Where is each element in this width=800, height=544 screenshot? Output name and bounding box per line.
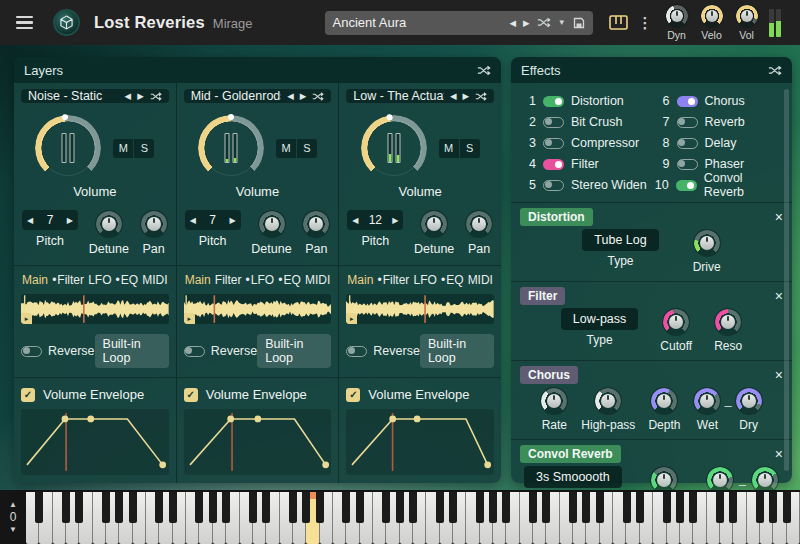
tab-midi[interactable]: MIDI <box>468 273 493 287</box>
tab-eq[interactable]: •EQ <box>441 273 464 287</box>
piano-key-black[interactable] <box>62 492 70 523</box>
piano-key-black[interactable] <box>582 492 590 523</box>
distortion-close-button[interactable]: × <box>775 210 783 224</box>
tab-midi[interactable]: MIDI <box>305 273 330 287</box>
pitch-dec-icon[interactable]: ◀ <box>190 216 196 225</box>
tab-lfo[interactable]: •LFO <box>246 273 275 287</box>
velo-knob[interactable] <box>700 4 724 28</box>
effect-slot-delay[interactable]: 8Delay <box>655 134 783 152</box>
piano-key-black[interactable] <box>489 492 497 523</box>
piano-key-black[interactable] <box>249 492 257 523</box>
layer2-sample-selector[interactable]: Mid - Goldenrods ◀ ▶ <box>184 89 332 103</box>
piano-key-black[interactable] <box>636 492 644 523</box>
filter-close-button[interactable]: × <box>775 289 783 303</box>
layer3-envelope-graph[interactable] <box>346 409 494 475</box>
preset-next-button[interactable]: ▶ <box>523 18 530 28</box>
dry-knob[interactable] <box>735 387 763 415</box>
layer2-volume-knob[interactable] <box>198 115 264 181</box>
layer2-solo-button[interactable]: S <box>297 139 317 158</box>
piano-key-black[interactable] <box>676 492 684 523</box>
piano-key-black[interactable] <box>716 492 724 523</box>
effect-toggle[interactable] <box>676 180 697 191</box>
vol-knob[interactable] <box>735 4 759 28</box>
layer3-pan-knob[interactable] <box>465 210 493 238</box>
layer1-reverse-toggle[interactable]: Reverse <box>21 344 95 358</box>
effects-random-icon[interactable] <box>768 65 782 76</box>
effect-toggle[interactable] <box>677 117 698 128</box>
piano-key-black[interactable] <box>115 492 123 523</box>
filter-type-select[interactable]: Low-pass <box>561 308 639 330</box>
piano-key-black[interactable] <box>195 492 203 523</box>
tab-lfo[interactable]: LFO <box>413 273 436 287</box>
piano-key-black[interactable] <box>155 492 163 523</box>
effect-slot-convolreverb[interactable]: 10Convol Reverb <box>655 176 783 194</box>
layers-random-icon[interactable] <box>477 65 491 76</box>
piano-key-black[interactable] <box>409 492 417 523</box>
layer3-mute-button[interactable]: M <box>439 139 459 158</box>
piano-key-black[interactable] <box>596 492 604 523</box>
layer2-next-icon[interactable]: ▶ <box>300 91 307 101</box>
layer1-mute-button[interactable]: M <box>113 139 133 158</box>
layer1-loop-button[interactable]: Built-in Loop <box>95 334 169 368</box>
layer3-volume-knob[interactable] <box>361 115 427 181</box>
reverse-toggle-icon[interactable] <box>346 346 367 357</box>
pitch-inc-icon[interactable]: ▶ <box>392 216 398 225</box>
layer1-envelope-graph[interactable] <box>21 409 169 475</box>
overflow-menu-icon[interactable]: ⋮ <box>638 14 653 32</box>
reverse-toggle-icon[interactable] <box>21 346 42 357</box>
highpass-knob[interactable] <box>594 387 622 415</box>
effect-slot-reverb[interactable]: 7Reverb <box>655 113 783 131</box>
piano-key-black[interactable] <box>342 492 350 523</box>
layer1-envelope-checkbox[interactable]: ✓ <box>21 388 35 402</box>
effect-slot-compressor[interactable]: 3Compressor <box>521 134 649 152</box>
layer2-prev-icon[interactable]: ◀ <box>287 91 294 101</box>
pitch-inc-icon[interactable]: ▶ <box>230 216 236 225</box>
effect-slot-bitcrush[interactable]: 2Bit Crush <box>521 113 649 131</box>
save-button[interactable] <box>573 17 585 29</box>
piano-key-black[interactable] <box>542 492 550 523</box>
effect-slot-distortion[interactable]: 1Distortion <box>521 92 649 110</box>
tab-filter[interactable]: •Filter <box>377 273 409 287</box>
tab-main[interactable]: Main <box>347 273 373 287</box>
layer1-detune-knob[interactable] <box>95 210 123 238</box>
preset-random-button[interactable] <box>537 17 551 28</box>
piano-key-black[interactable] <box>729 492 737 523</box>
piano-key-black[interactable] <box>529 492 537 523</box>
convol-reverb-close-button[interactable]: × <box>775 447 783 461</box>
piano-key-black[interactable] <box>396 492 404 523</box>
layer2-pitch-stepper[interactable]: ◀ 7 ▶ <box>185 210 241 230</box>
effect-toggle[interactable] <box>677 159 698 170</box>
tab-main[interactable]: Main <box>22 273 48 287</box>
wave-play-marker[interactable]: ▸ <box>184 313 195 324</box>
layer1-solo-button[interactable]: S <box>134 139 154 158</box>
depth-knob[interactable] <box>650 387 678 415</box>
piano-key-black[interactable] <box>623 492 631 523</box>
reso-knob[interactable] <box>714 308 742 336</box>
layer3-solo-button[interactable]: S <box>460 139 480 158</box>
hamburger-menu-icon[interactable] <box>16 16 33 29</box>
layer2-waveform[interactable]: ▸ <box>184 294 332 324</box>
effect-toggle[interactable] <box>543 138 564 149</box>
layer3-prev-icon[interactable]: ◀ <box>450 91 457 101</box>
dyn-knob[interactable] <box>665 4 689 28</box>
layer1-sample-selector[interactable]: Noise - Static ◀ ▶ <box>21 89 169 103</box>
layer1-random-icon[interactable] <box>150 91 162 102</box>
layer3-reverse-toggle[interactable]: Reverse <box>346 344 420 358</box>
octave-down-button[interactable]: ▼ <box>9 525 17 534</box>
wave-play-marker[interactable]: ▸ <box>21 313 32 324</box>
piano-key-black[interactable] <box>382 492 390 523</box>
layer3-loop-button[interactable]: Built-in Loop <box>420 334 494 368</box>
layer2-envelope-graph[interactable] <box>184 409 332 475</box>
layer3-random-icon[interactable] <box>475 91 487 102</box>
effect-slot-stereowiden[interactable]: 5Stereo Widen <box>521 176 649 194</box>
pitch-inc-icon[interactable]: ▶ <box>67 216 73 225</box>
effect-toggle[interactable] <box>543 159 564 170</box>
impulse-select[interactable]: 3s Smooooth <box>524 466 622 488</box>
piano-key-black[interactable] <box>449 492 457 523</box>
piano-key-black[interactable] <box>35 492 43 523</box>
effect-slot-chorus[interactable]: 6Chorus <box>655 92 783 110</box>
piano-key-black[interactable] <box>209 492 217 523</box>
cutoff-knob[interactable] <box>662 308 690 336</box>
layer3-envelope-checkbox[interactable]: ✓ <box>346 388 360 402</box>
effects-scrollbar[interactable] <box>784 89 789 471</box>
